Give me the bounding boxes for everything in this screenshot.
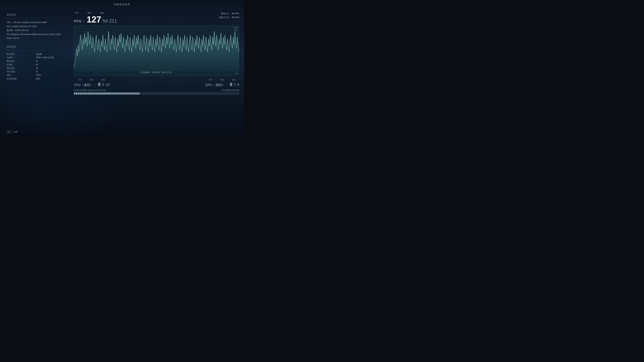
fps-avg-value: 127 xyxy=(87,15,101,24)
cpu-stat-header: 平均 最低 最高 xyxy=(77,79,106,81)
cpu-avg-value: 8 xyxy=(98,82,100,87)
fps-low01-value: 66 FPS xyxy=(232,16,239,18)
divider-2 xyxy=(7,50,64,50)
resolution-label: 分辨率 xyxy=(7,56,34,59)
fps-low1-label: 最低 1%： xyxy=(221,12,231,15)
bottom-stats: 平均 最低 最高 CPU（毫秒）： 8 5 19 平均 最低 xyxy=(74,76,239,88)
right-panel: 平均 最低 最高 FPS： 127 54 211 xyxy=(70,8,244,137)
vram-label: VRAM (NVIDIA GeForce RTX 4070) xyxy=(74,89,106,91)
fov-label: 视野 xyxy=(7,74,34,77)
gpu-avg-value: 8 xyxy=(230,82,232,87)
fps-labels: 平均 最低 最高 FPS： 127 54 211 xyxy=(74,11,117,24)
system-info-title: 系统信息 xyxy=(7,13,64,16)
vram-used: 4767 MB/12026 MB xyxy=(221,89,239,91)
cpu-avg-label: 平均 xyxy=(77,79,82,81)
fps-big: FPS： 127 54 211 xyxy=(74,15,117,24)
game-settings-title: 游戏设置 xyxy=(7,45,64,48)
vram-section: VRAM (NVIDIA GeForce RTX 4070) 4767 MB/1… xyxy=(74,88,239,96)
cpu-stat-main: CPU（毫秒）： 8 5 19 xyxy=(74,82,109,87)
aa-label: 反锯齿 xyxy=(7,63,34,66)
close-label: 关闭 xyxy=(14,130,18,133)
chart-fps-label: FPS xyxy=(234,27,238,29)
fps-low01-label: 最低 0.1%： xyxy=(219,16,231,18)
cpu-min-value: 5 xyxy=(102,83,104,87)
quality-value: 高 xyxy=(36,67,64,70)
left-panel: 系统信息 CPU：13th Gen Intel(R) Core(TM) i5-1… xyxy=(0,8,70,137)
fps-max-label: 最高 xyxy=(99,11,105,14)
main-layout: 系统信息 CPU：13th Gen Intel(R) Core(TM) i5-1… xyxy=(0,8,244,137)
fps-low1-value: 93 FPS xyxy=(232,12,239,15)
fps-main: 平均 最低 最高 FPS： 127 54 211 xyxy=(74,11,117,24)
display-info: 显示器：VX2731-4K-HD xyxy=(7,29,64,32)
main-content: 性能评估结果 系统信息 CPU：13th Gen Intel(R) Core(T… xyxy=(0,0,244,137)
settings-grid: 窗口模式 无边框 分辨率 2560 x 1440 (x1.00) 垂直同步 关 … xyxy=(7,53,64,80)
gpu-stats: 平均 最低 最高 GPU（毫秒）： 8 7 9 xyxy=(206,79,239,87)
gpu-stat-header: 平均 最低 最高 xyxy=(208,79,236,81)
resolution-value: 2560 x 1440 (x1.00) xyxy=(36,56,64,59)
divider-1 xyxy=(7,18,64,18)
vram-header: VRAM (NVIDIA GeForce RTX 4070) 4767 MB/1… xyxy=(74,89,239,91)
gpu-max-label: 最高 xyxy=(232,79,236,81)
gpu-label: GPU（毫秒）： xyxy=(206,83,228,87)
vsync-value: 关 xyxy=(36,60,64,63)
gpu-stat-main: GPU（毫秒）： 8 7 9 xyxy=(206,82,239,87)
aa-value: 高 xyxy=(36,63,64,66)
fps-avg-label: 平均 xyxy=(74,11,80,14)
game-settings-section: 游戏设置 窗口模式 无边框 分辨率 2560 x 1440 (x1.00) 垂直… xyxy=(7,45,64,80)
fps-min-label: 最低 xyxy=(86,11,92,14)
chart-bars xyxy=(74,31,239,71)
fov-value: 100% xyxy=(36,74,64,77)
chart-max-label: 211 xyxy=(234,29,238,31)
cpu-max-value: 19 xyxy=(105,83,109,87)
quality-label: 画面质量 xyxy=(7,67,34,70)
cpu-min-label: 最低 xyxy=(89,79,94,81)
gpu-avg-label: 平均 xyxy=(208,79,213,81)
title-bar: 性能评估结果 xyxy=(0,0,244,8)
window-mode-label: 窗口模式 xyxy=(7,53,34,56)
window-mode-value: 无边框 xyxy=(36,53,64,56)
system-info-section: 系统信息 CPU：13th Gen Intel(R) Core(TM) i5-1… xyxy=(7,13,64,40)
adaptive-label: 自适应质量 xyxy=(7,77,34,80)
page-title: 性能评估结果 xyxy=(114,3,130,6)
cpu-max-label: 最高 xyxy=(101,79,106,81)
vram-bar-fill xyxy=(74,92,140,94)
cpu-info: CPU：13th Gen Intel(R) Core(TM) i5-13490F xyxy=(7,21,64,24)
fps-label-row: 平均 最低 最高 xyxy=(74,11,105,14)
esc-key: Esc xyxy=(7,130,12,133)
vram-bar-container xyxy=(74,92,239,95)
fps-header: 平均 最低 最高 FPS： 127 54 211 xyxy=(74,11,239,24)
gpu-min-label: 最低 xyxy=(220,79,225,81)
gpu-min-value: 7 xyxy=(234,83,236,87)
os-info: OS: Windows 10 Enterprise Edition 64-bit… xyxy=(7,33,64,36)
fps-min-value: 54 xyxy=(103,18,108,24)
cpu-label: CPU（毫秒）： xyxy=(74,83,96,87)
fps-title: FPS： xyxy=(74,19,85,24)
fps-side-stats: 最低 1%： 93 FPS 最低 0.1%： 66 FPS xyxy=(219,11,239,19)
adaptive-value: 关闭 xyxy=(36,77,64,80)
close-button[interactable]: Esc 关闭 xyxy=(7,130,18,133)
fps-limit-value: 关 xyxy=(36,70,64,73)
cpu-stats: 平均 最低 最高 CPU（毫秒）： 8 5 19 xyxy=(74,79,109,87)
fps-max-value: 211 xyxy=(109,18,117,24)
rendered-info: 已渲染帧数：10805 帧，耗时 57 秒。 xyxy=(74,71,239,74)
driver-info: Driver: 531.61 xyxy=(7,36,64,40)
fps-low01-row: 最低 0.1%： 66 FPS xyxy=(219,15,239,19)
gpu-max-value: 9 xyxy=(237,83,239,87)
fps-low1-row: 最低 1%： 93 FPS xyxy=(219,11,239,15)
fps-chart: FPS 211 54 已渲染帧数：10805 帧，耗时 57 秒。 xyxy=(74,25,239,75)
fps-limit-label: FPS 限制 xyxy=(7,70,34,73)
vsync-label: 垂直同步 xyxy=(7,60,34,63)
gpu-info: GPU: NVIDIA GeForce RTX 4070 xyxy=(7,25,64,28)
chart-svg xyxy=(74,25,239,75)
